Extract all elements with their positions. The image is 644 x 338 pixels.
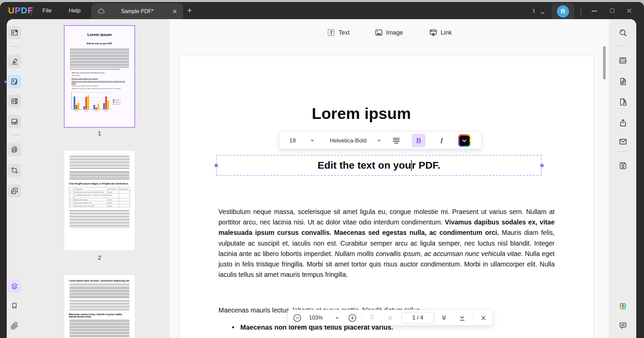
- thumb3-heading2: Maecenas mauris lectus, lobortis et puru…: [69, 313, 130, 318]
- new-tab-button[interactable]: +: [185, 2, 194, 19]
- thumb2-heading: Cras fringilla ipsum magna, in fringilla…: [69, 182, 130, 185]
- menu-file[interactable]: File: [40, 2, 54, 19]
- document-paragraph[interactable]: Vestibulum neque massa, scelerisque sit …: [218, 207, 555, 280]
- convert-button[interactable]: [618, 76, 628, 86]
- bookmark-icon: [10, 302, 18, 310]
- window-count[interactable]: 1: [532, 2, 535, 19]
- mini-chart-bar: [105, 96, 107, 109]
- mini-chart-group: Row 2: [83, 92, 89, 109]
- mini-chart-bar: [107, 100, 109, 109]
- page-thumbnail-1[interactable]: Lorem ipsum Edit the text on your PDF. •…: [64, 25, 135, 128]
- minimize-button[interactable]: [588, 2, 601, 19]
- format-toolbar: 18 Helvetica-Bold B I: [279, 131, 482, 149]
- ocr-button[interactable]: OCR: [618, 55, 628, 66]
- crop-icon: [10, 166, 18, 174]
- search-icon: [618, 28, 628, 37]
- tool-organize-pages[interactable]: [8, 143, 21, 156]
- thumb1-title: Lorem ipsum: [65, 33, 134, 37]
- save-button[interactable]: [618, 160, 628, 170]
- next-page-button[interactable]: [439, 310, 449, 326]
- tool-attachments[interactable]: [8, 319, 21, 333]
- insert-image-button[interactable]: Image: [374, 28, 403, 38]
- align-icon[interactable]: [392, 137, 400, 145]
- text-selection-box[interactable]: Edit the text on your PDF.: [216, 155, 542, 176]
- feedback-button[interactable]: [618, 320, 628, 330]
- bold-button[interactable]: B: [412, 134, 426, 147]
- thumb1-bullet-item: • Maecenas tincidunt est efficitur ligul…: [71, 88, 130, 90]
- mini-chart-legend: Column 1Column 2Column 3: [113, 99, 120, 105]
- compare-icon: [10, 187, 18, 195]
- tool-layers[interactable]: [8, 280, 21, 293]
- tool-comment[interactable]: [8, 55, 21, 68]
- tool-compare[interactable]: [8, 184, 21, 198]
- minimize-icon: [592, 11, 597, 11]
- panel-collapse-dot[interactable]: [4, 81, 7, 83]
- titlebar-divider: [580, 9, 581, 16]
- thumb2-page-number: 2: [64, 255, 135, 261]
- tab-close-icon[interactable]: [171, 8, 178, 15]
- vertical-scrollbar[interactable]: [603, 46, 606, 79]
- close-button[interactable]: [622, 2, 636, 19]
- save-icon: [618, 161, 628, 170]
- tool-edit[interactable]: [8, 75, 21, 88]
- bar-divider: [472, 314, 473, 321]
- previous-page-button[interactable]: [385, 310, 395, 326]
- font-color-button[interactable]: [458, 134, 471, 147]
- mini-chart-bar: [103, 103, 105, 109]
- zoom-caret-icon[interactable]: [335, 317, 339, 319]
- pdf-page[interactable]: [180, 56, 593, 338]
- page-thumbnail-3[interactable]: Lorem ipsum dolor sit amet, consectetur …: [64, 274, 135, 338]
- page-thumbnail-2[interactable]: Cras fringilla ipsum magna, in fringilla…: [64, 150, 135, 251]
- tool-crop[interactable]: [8, 164, 21, 177]
- mini-chart-group: Row 4: [103, 92, 109, 109]
- zoom-page-bar: 103% 1 / 4: [287, 309, 493, 326]
- bar-divider: [362, 314, 362, 321]
- tool-forms[interactable]: [8, 94, 21, 108]
- resize-handle-right[interactable]: [540, 164, 544, 167]
- updf-ai-button[interactable]: [618, 301, 628, 311]
- thumb3-paragraph-lines: [70, 284, 129, 299]
- maximize-button[interactable]: [606, 2, 619, 19]
- font-name-value[interactable]: Helvetica-Bold: [330, 132, 367, 150]
- close-bar-button[interactable]: [478, 310, 489, 326]
- insert-text-button[interactable]: T Text: [327, 28, 350, 38]
- account-button[interactable]: R: [552, 3, 574, 19]
- email-button[interactable]: [618, 136, 628, 146]
- font-size-caret-icon[interactable]: [311, 140, 314, 142]
- right-tool-rail: [609, 19, 636, 338]
- document-title[interactable]: Lorem ipsum: [218, 104, 504, 123]
- menu-help[interactable]: Help: [67, 2, 83, 19]
- document-tab[interactable]: Sample PDF*: [91, 3, 183, 19]
- mini-chart-bar: [85, 97, 87, 109]
- layers-icon: [10, 282, 18, 290]
- zoom-in-button[interactable]: [348, 310, 357, 326]
- logo-letter: F: [28, 5, 33, 15]
- italic-button[interactable]: I: [435, 134, 448, 147]
- svg-text:T: T: [330, 30, 333, 35]
- titlebar: UPDF File Help Sample PDF* + 1 R: [0, 2, 644, 19]
- zoom-level-value[interactable]: 103%: [305, 310, 327, 326]
- page-indicator-input[interactable]: 1 / 4: [401, 312, 434, 324]
- mini-chart-bar: [76, 105, 77, 109]
- share-button[interactable]: [618, 118, 628, 128]
- search-button[interactable]: [618, 28, 628, 38]
- bullet-marker: •: [232, 324, 234, 331]
- window-count-caret-icon[interactable]: [540, 10, 545, 16]
- font-size-value[interactable]: 18: [289, 132, 296, 150]
- font-color-caret-icon: [459, 136, 470, 146]
- rail-divider: [618, 151, 627, 152]
- insert-link-button[interactable]: Link: [429, 28, 452, 38]
- editable-text-line[interactable]: Edit the text on your PDF.: [318, 160, 440, 171]
- last-page-icon: [458, 314, 466, 322]
- zoom-out-button[interactable]: [292, 310, 302, 326]
- font-name-caret-icon[interactable]: [377, 140, 381, 142]
- tool-reader[interactable]: [8, 26, 21, 39]
- go-first-page-button[interactable]: [367, 310, 377, 326]
- resize-handle-left[interactable]: [215, 164, 218, 167]
- tool-bookmarks[interactable]: [8, 299, 21, 312]
- go-last-page-button[interactable]: [457, 310, 467, 326]
- updf-window: UPDF File Help Sample PDF* + 1 R: [0, 0, 644, 338]
- mini-chart-group: Row 3: [93, 92, 99, 109]
- tool-sign[interactable]: [8, 115, 21, 128]
- protect-button[interactable]: [618, 97, 628, 107]
